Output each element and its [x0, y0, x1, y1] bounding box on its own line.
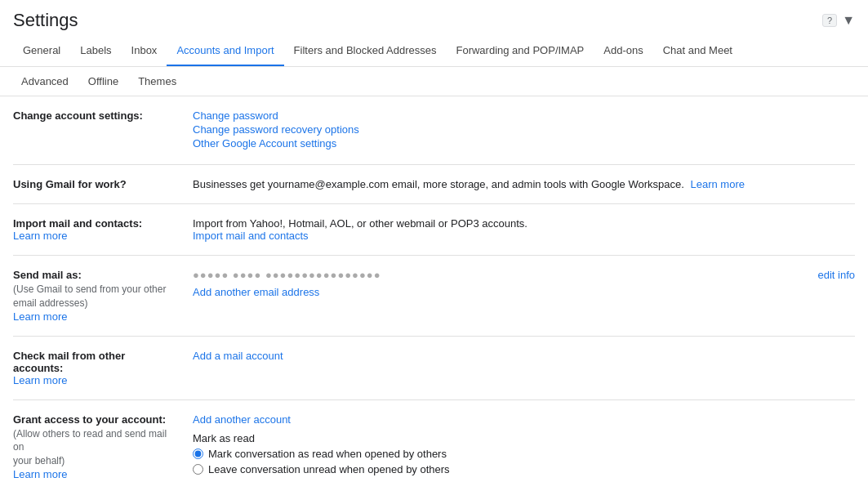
gmail-work-learn-more-link[interactable]: Learn more: [690, 178, 744, 190]
send-mail-row: Send mail as: (Use Gmail to send from yo…: [13, 256, 855, 337]
edit-info-link[interactable]: edit info: [817, 269, 855, 281]
import-mail-contacts-link[interactable]: Import mail and contacts: [193, 230, 309, 242]
change-password-link[interactable]: Change password: [193, 109, 855, 122]
tab-addons[interactable]: Add-ons: [594, 36, 652, 67]
change-account-label: Change account settings:: [13, 109, 193, 122]
tab-inbox[interactable]: Inbox: [122, 36, 167, 67]
add-another-email-link[interactable]: Add another email address: [193, 286, 319, 298]
grant-access-label: Grant access to your account: (Allow oth…: [13, 413, 193, 480]
tab-chat-meet[interactable]: Chat and Meet: [653, 36, 742, 67]
grant-access-row: Grant access to your account: (Allow oth…: [13, 400, 855, 482]
header-right: ? ▼: [822, 13, 855, 28]
grant-access-learn-more-link[interactable]: Learn more: [13, 468, 67, 480]
radio-leave-unread[interactable]: Leave conversation unread when opened by…: [193, 463, 855, 475]
other-account-link[interactable]: Other Google Account settings: [193, 137, 855, 150]
radio-mark-read-input[interactable]: [193, 449, 203, 459]
import-mail-label: Import mail and contacts: Learn more: [13, 217, 193, 242]
import-mail-value: Import from Yahoo!, Hotmail, AOL, or oth…: [193, 217, 855, 242]
radio-leave-unread-input[interactable]: [193, 464, 203, 475]
add-another-account-link[interactable]: Add another account: [193, 413, 291, 426]
check-mail-learn-more-link[interactable]: Learn more: [13, 374, 67, 386]
send-mail-label: Send mail as: (Use Gmail to send from yo…: [13, 269, 193, 323]
page-header: Settings ? ▼: [0, 0, 868, 31]
sub-tab-offline[interactable]: Offline: [80, 72, 127, 91]
radio-group-read: Mark conversation as read when opened by…: [193, 448, 855, 475]
change-account-value: Change password Change password recovery…: [193, 109, 855, 151]
gmail-work-row: Using Gmail for work? Businesses get you…: [13, 165, 855, 204]
send-mail-learn-more-link[interactable]: Learn more: [13, 310, 67, 323]
send-mail-value: ●●●●● ●●●● ●●●●●●●●●●●●●●●● edit info Ad…: [193, 269, 855, 298]
tab-forwarding[interactable]: Forwarding and POP/IMAP: [446, 36, 594, 67]
check-mail-row: Check mail from other accounts: Learn mo…: [13, 337, 855, 400]
mark-as-read-label: Mark as read: [193, 432, 855, 444]
radio-mark-read[interactable]: Mark conversation as read when opened by…: [193, 448, 855, 460]
import-mail-learn-more-link[interactable]: Learn more: [13, 230, 67, 242]
tab-labels[interactable]: Labels: [70, 36, 121, 67]
grant-access-value: Add another account Mark as read Mark co…: [193, 413, 855, 479]
chevron-down-icon: ▼: [842, 13, 855, 28]
tab-filters[interactable]: Filters and Blocked Addresses: [284, 36, 447, 67]
change-account-row: Change account settings: Change password…: [13, 96, 855, 165]
sub-nav: Advanced Offline Themes: [0, 67, 868, 96]
gmail-work-value: Businesses get yourname@example.com emai…: [193, 178, 855, 190]
check-mail-label: Check mail from other accounts: Learn mo…: [13, 350, 193, 386]
keyboard-shortcut-badge: ?: [822, 14, 837, 27]
sub-tab-advanced[interactable]: Advanced: [13, 72, 77, 91]
send-mail-email: ●●●●● ●●●● ●●●●●●●●●●●●●●●●: [193, 269, 381, 281]
settings-content: Change account settings: Change password…: [0, 96, 868, 482]
import-mail-row: Import mail and contacts: Learn more Imp…: [13, 204, 855, 256]
check-mail-value: Add a mail account: [193, 350, 855, 362]
change-recovery-link[interactable]: Change password recovery options: [193, 123, 855, 136]
tab-general[interactable]: General: [13, 36, 70, 67]
add-mail-account-link[interactable]: Add a mail account: [193, 350, 283, 362]
sub-tab-themes[interactable]: Themes: [130, 72, 185, 91]
tab-accounts-import[interactable]: Accounts and Import: [167, 36, 283, 67]
gmail-work-label: Using Gmail for work?: [13, 178, 193, 190]
page-title: Settings: [13, 10, 78, 31]
main-nav: General Labels Inbox Accounts and Import…: [0, 36, 868, 67]
